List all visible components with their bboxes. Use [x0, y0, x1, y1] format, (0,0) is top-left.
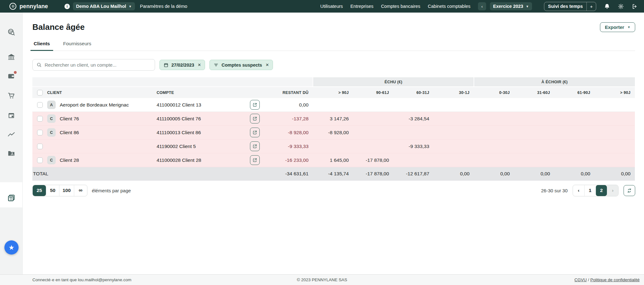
- cell-echoir-61-90: [554, 153, 595, 167]
- cell-echu-30-1: [434, 126, 474, 140]
- cell-echu-90-61: [353, 98, 393, 112]
- row-checkbox[interactable]: [37, 116, 43, 122]
- page-size-all[interactable]: ∞: [74, 185, 87, 196]
- exercice-prev-button[interactable]: ‹: [478, 2, 486, 10]
- search-input[interactable]: [45, 62, 151, 68]
- tab-fournisseurs[interactable]: Fournisseurs: [63, 38, 92, 51]
- cell-echoir-90plus: [595, 140, 635, 153]
- pennylane-logo[interactable]: pennylane: [9, 3, 48, 10]
- sidebar-item-reports-active[interactable]: [0, 190, 22, 206]
- account-label: 411000012 Client 13: [157, 98, 250, 112]
- suspect-accounts-filter-chip[interactable]: Comptes suspects ✕: [209, 60, 273, 70]
- cell-echoir-90plus: [595, 153, 635, 167]
- cell-echoir-31-60: [514, 126, 554, 140]
- open-account-button[interactable]: [250, 141, 260, 151]
- sidebar-item-purchases[interactable]: [0, 88, 22, 103]
- row-checkbox[interactable]: [37, 102, 43, 108]
- cell-echoir-61-90: [554, 112, 595, 126]
- tab-clients[interactable]: Clients: [33, 38, 51, 51]
- external-link-icon: [253, 158, 257, 162]
- close-icon[interactable]: ✕: [265, 63, 269, 67]
- column-header-echoir-0-30: 0-30J: [474, 87, 514, 98]
- sidebar-item-wallet[interactable]: [0, 69, 22, 84]
- cell-echu-90plus: 3 147,26: [313, 112, 353, 126]
- cell-echu-60-31: [393, 126, 434, 140]
- open-account-button[interactable]: [250, 155, 260, 165]
- table-row: CClient 76 411100005 Client 76 -137,28 3…: [32, 112, 635, 126]
- open-account-button[interactable]: [250, 114, 260, 123]
- external-link-icon: [253, 144, 257, 149]
- privacy-policy-link[interactable]: Politique de confidentialité: [590, 277, 640, 282]
- external-link-icon: [253, 116, 257, 121]
- settings-gear-icon[interactable]: [618, 3, 624, 9]
- workspace-dropdown[interactable]: Demo ABA Lou Mailhol ▼: [73, 2, 135, 10]
- column-header-restant-du: RESTANT DÛ: [269, 87, 313, 98]
- page-size-selector: 25 50 100 ∞: [32, 185, 87, 196]
- export-button[interactable]: Exporter ▼: [600, 22, 635, 32]
- close-icon[interactable]: ✕: [197, 63, 201, 67]
- time-tracking-add-button[interactable]: +: [586, 2, 596, 11]
- page-1-button[interactable]: 1: [584, 185, 596, 196]
- total-echoir-31-60: 0,00: [514, 167, 554, 181]
- row-checkbox[interactable]: [37, 130, 43, 135]
- client-name: Client 76: [60, 116, 79, 122]
- next-page-button[interactable]: ›: [607, 185, 618, 196]
- workspace-name: Demo ABA Lou Mailhol: [76, 4, 126, 9]
- date-filter-chip[interactable]: 27/02/2023 ✕: [159, 60, 205, 70]
- table-total-row: TOTAL -34 631,61 -4 135,74 -17 878,00 -1…: [32, 167, 635, 181]
- tab-bar: Clients Fournisseurs: [32, 38, 635, 51]
- left-sidebar: ★: [0, 13, 23, 274]
- column-header-echoir-90plus: > 90J: [595, 87, 635, 98]
- cell-echu-60-31: [393, 153, 434, 167]
- row-checkbox[interactable]: [37, 157, 43, 163]
- page-2-button[interactable]: 2: [596, 185, 607, 196]
- cell-echu-60-31: -3 284,54: [393, 112, 434, 126]
- time-tracking-button[interactable]: Suivi des temps: [544, 2, 586, 11]
- chevron-down-icon: ▼: [526, 5, 529, 8]
- previous-page-button[interactable]: ‹: [573, 185, 584, 196]
- search-icon: [36, 62, 42, 68]
- sidebar-item-search[interactable]: [0, 25, 22, 40]
- per-page-label: éléments par page: [92, 188, 131, 193]
- notifications-bell-icon[interactable]: [604, 3, 610, 9]
- exercice-dropdown[interactable]: Exercice 2023 ▼: [490, 2, 532, 10]
- account-label: 411100005 Client 76: [157, 112, 250, 126]
- refresh-button[interactable]: [624, 185, 635, 196]
- sidebar-item-clients-folder[interactable]: [0, 146, 22, 161]
- nav-link-entreprises[interactable]: Entreprises: [350, 4, 373, 9]
- sidebar-item-sales[interactable]: [0, 108, 22, 123]
- sidebar-item-analytics[interactable]: [0, 127, 22, 142]
- nav-link-cabinets-comptables[interactable]: Cabinets comptables: [428, 4, 470, 9]
- pennylane-logo-icon: [9, 3, 16, 10]
- cell-echoir-61-90: [554, 126, 595, 140]
- column-header-echu-60-31: 60-31J: [393, 87, 434, 98]
- open-account-button[interactable]: [250, 128, 260, 137]
- nav-link-comptes-bancaires[interactable]: Comptes bancaires: [381, 4, 420, 9]
- total-echoir-90plus: 0,00: [595, 167, 635, 181]
- column-header-echu-30-1: 30-1J: [434, 87, 474, 98]
- column-header-echoir-61-90: 61-90J: [554, 87, 595, 98]
- feedback-star-button[interactable]: ★: [4, 240, 19, 255]
- account-label: 411000028 Client 28: [157, 153, 250, 167]
- cgvu-link[interactable]: CGVU: [575, 277, 587, 282]
- sidebar-item-bank[interactable]: [0, 49, 22, 64]
- avatar: C: [47, 114, 56, 123]
- select-all-checkbox[interactable]: [37, 90, 43, 96]
- total-label: TOTAL: [32, 167, 269, 181]
- cell-echu-60-31: -9 333,33: [393, 140, 434, 153]
- page-size-50[interactable]: 50: [46, 185, 59, 196]
- total-echu-60-31: -12 617,87: [393, 167, 434, 181]
- external-link-icon: [253, 130, 257, 135]
- logout-icon[interactable]: [631, 3, 638, 9]
- restant-du-value: -137,28: [269, 112, 313, 126]
- page-size-25[interactable]: 25: [33, 185, 46, 196]
- row-checkbox[interactable]: [37, 144, 43, 149]
- open-account-button[interactable]: [250, 100, 260, 110]
- folder-user-icon: [7, 149, 15, 157]
- nav-link-utilisateurs[interactable]: Utilisateurs: [320, 4, 343, 9]
- demo-settings-link[interactable]: Paramètres de la démo: [140, 4, 187, 9]
- cell-echoir-90plus: [595, 126, 635, 140]
- page-size-100[interactable]: 100: [59, 185, 74, 196]
- top-navigation-bar: pennylane i Demo ABA Lou Mailhol ▼ Param…: [0, 0, 644, 13]
- info-icon[interactable]: i: [64, 4, 70, 9]
